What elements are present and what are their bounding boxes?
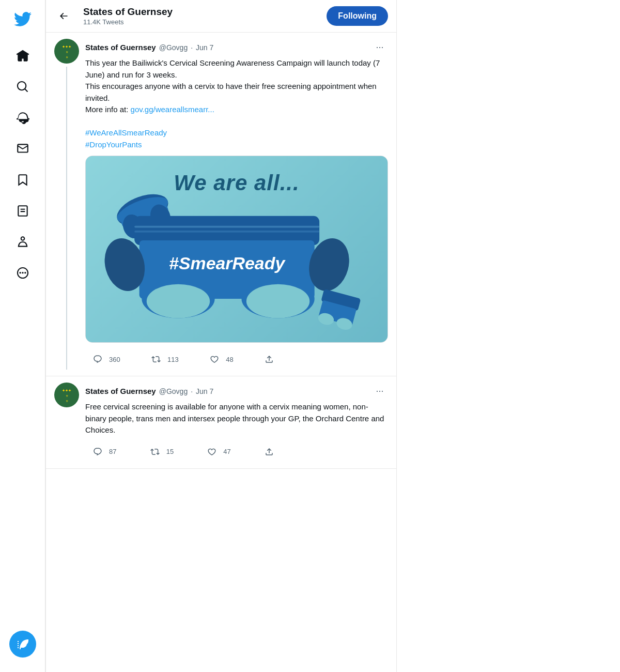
svg-text:⚜: ⚜ <box>66 55 68 59</box>
hashtag-dropyourpants[interactable]: #DropYourPants <box>85 140 142 149</box>
like-icon <box>204 444 220 460</box>
sidebar-item-profile[interactable] <box>9 228 36 255</box>
tweet-dot: · <box>191 43 193 52</box>
smear-ready-campaign-image: We are all... <box>86 156 388 342</box>
reply-action[interactable]: 360 <box>85 349 125 370</box>
share-icon <box>261 444 277 460</box>
like-action[interactable]: 48 <box>202 349 237 370</box>
tweet-more-button[interactable]: ··· <box>371 39 388 55</box>
tweet-meta: States of Guernsey @Govgg · Jun 7 ··· <box>85 383 388 399</box>
svg-rect-17 <box>134 226 319 228</box>
reply-icon <box>89 444 106 460</box>
svg-text:⚜: ⚜ <box>66 50 68 54</box>
sidebar-item-bookmarks[interactable] <box>9 166 36 193</box>
svg-text:✦✦✦: ✦✦✦ <box>62 389 71 392</box>
tweet-item: ✦✦✦ ⚜ ⚜ States of Guernsey @Govgg · Jun … <box>46 33 396 376</box>
following-button[interactable]: Following <box>327 6 388 26</box>
sidebar-item-search[interactable] <box>9 73 36 100</box>
tweet-author-handle: @Govgg <box>159 43 188 52</box>
svg-text:✦✦✦: ✦✦✦ <box>62 45 71 49</box>
main-content: States of Guernsey 11.4K Tweets Followin… <box>45 0 397 672</box>
retweet-icon <box>148 351 164 368</box>
tweet-link[interactable]: gov.gg/weareallsmearr... <box>131 105 214 114</box>
tweet-author-name: States of Guernsey <box>85 387 156 395</box>
twitter-logo-icon[interactable] <box>14 10 32 30</box>
share-action[interactable] <box>257 441 282 462</box>
sidebar <box>0 0 45 672</box>
svg-point-12 <box>147 284 210 318</box>
tweet-text: This year the Bailiwick's Cervical Scree… <box>85 57 388 150</box>
avatar[interactable]: ✦✦✦ ⚜ ⚜ <box>54 383 79 407</box>
tweet-actions: 87 15 <box>85 441 282 462</box>
like-count: 47 <box>223 448 230 455</box>
tweet-image[interactable]: We are all... <box>85 156 388 343</box>
header-profile-name: States of Guernsey <box>83 6 316 18</box>
svg-text:⚜: ⚜ <box>66 394 68 398</box>
thread-line <box>66 67 67 370</box>
hashtag-weareallsmearready[interactable]: #WeAreAllSmearReady <box>85 128 167 137</box>
retweet-action[interactable]: 15 <box>143 441 178 462</box>
tweet-more-button[interactable]: ··· <box>371 383 388 399</box>
tweet-timestamp: Jun 7 <box>196 43 213 52</box>
tweet-feed: ✦✦✦ ⚜ ⚜ States of Guernsey @Govgg · Jun … <box>46 33 396 469</box>
tweet-author: States of Guernsey @Govgg · Jun 7 <box>85 387 213 395</box>
tweet-left-col: ✦✦✦ ⚜ ⚜ <box>54 39 79 370</box>
tweet-content: States of Guernsey @Govgg · Jun 7 ··· Th… <box>85 39 388 370</box>
avatar[interactable]: ✦✦✦ ⚜ ⚜ <box>54 39 79 64</box>
tweet-content: States of Guernsey @Govgg · Jun 7 ··· Fr… <box>85 383 388 462</box>
back-button[interactable] <box>54 7 73 25</box>
retweet-icon <box>147 444 163 460</box>
retweet-count: 15 <box>166 448 174 455</box>
sidebar-item-notifications[interactable] <box>9 104 36 131</box>
header-tweet-count: 11.4K Tweets <box>83 18 316 26</box>
sidebar-item-lists[interactable] <box>9 197 36 224</box>
like-count: 48 <box>226 356 233 363</box>
sidebar-item-messages[interactable] <box>9 135 36 162</box>
sidebar-item-more[interactable] <box>9 259 36 286</box>
svg-text:#SmearReady: #SmearReady <box>169 253 286 273</box>
tweet-text: Free cervical screening is available for… <box>85 401 388 436</box>
compose-tweet-button[interactable] <box>9 631 36 658</box>
share-action[interactable] <box>257 349 282 370</box>
svg-rect-18 <box>134 231 319 233</box>
tweet-actions: 360 113 <box>85 349 282 370</box>
reply-action[interactable]: 87 <box>85 441 120 462</box>
tweet-author: States of Guernsey @Govgg · Jun 7 <box>85 43 213 52</box>
share-icon <box>261 351 277 368</box>
profile-header: States of Guernsey 11.4K Tweets Followin… <box>46 0 396 33</box>
header-title: States of Guernsey 11.4K Tweets <box>83 6 316 26</box>
pants-illustration: #SmearReady <box>86 192 388 337</box>
tweet-left-col: ✦✦✦ ⚜ ⚜ <box>54 383 79 462</box>
guernsey-coat-of-arms-icon: ✦✦✦ ⚜ ⚜ <box>56 384 78 406</box>
tweet-meta: States of Guernsey @Govgg · Jun 7 ··· <box>85 39 388 55</box>
reply-count: 360 <box>109 356 120 363</box>
reply-icon <box>89 351 106 368</box>
svg-point-14 <box>246 284 309 318</box>
tweet-author-name: States of Guernsey <box>85 43 156 52</box>
reply-count: 87 <box>109 448 116 455</box>
retweet-count: 113 <box>167 356 179 363</box>
sidebar-item-home[interactable] <box>9 42 36 69</box>
like-action[interactable]: 47 <box>199 441 235 462</box>
tweet-timestamp: Jun 7 <box>196 387 213 395</box>
tweet-author-handle: @Govgg <box>159 387 188 395</box>
image-top-text: We are all... <box>86 171 388 195</box>
svg-text:⚜: ⚜ <box>66 399 68 403</box>
retweet-action[interactable]: 113 <box>144 349 183 370</box>
tweet-dot: · <box>191 387 193 395</box>
tweet-item: ✦✦✦ ⚜ ⚜ States of Guernsey @Govgg · Jun … <box>46 376 396 469</box>
like-icon <box>206 351 223 368</box>
guernsey-coat-of-arms-icon: ✦✦✦ ⚜ ⚜ <box>56 40 78 62</box>
